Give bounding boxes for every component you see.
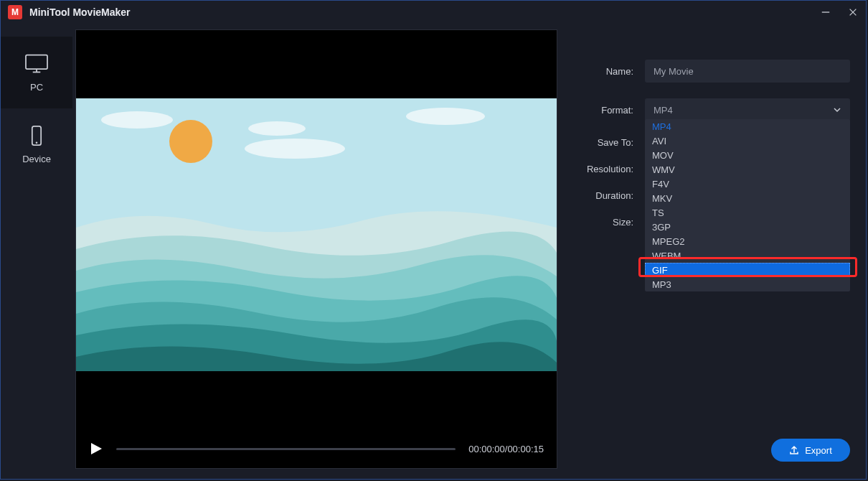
format-option-mp4[interactable]: MP4 bbox=[645, 119, 850, 134]
duration-label: Duration: bbox=[576, 190, 633, 201]
title-bar: M MiniTool MovieMaker bbox=[1, 1, 866, 24]
format-dropdown-list: MP4 AVI MOV WMV F4V MKV TS 3GP MPEG2 WEB… bbox=[645, 119, 850, 291]
preview-image bbox=[76, 98, 557, 371]
sidebar: PC Device bbox=[1, 24, 72, 479]
phone-icon bbox=[24, 125, 49, 146]
close-button[interactable] bbox=[847, 6, 859, 18]
format-option-mpeg2[interactable]: MPEG2 bbox=[645, 234, 850, 248]
minimize-button[interactable] bbox=[820, 6, 831, 18]
size-label: Size: bbox=[576, 217, 633, 228]
export-button-label: Export bbox=[805, 445, 832, 456]
format-label: Format: bbox=[576, 105, 633, 116]
export-button[interactable]: Export bbox=[771, 439, 850, 462]
name-input[interactable]: My Movie bbox=[645, 60, 850, 83]
timecode: 00:00:00/00:00:15 bbox=[468, 444, 544, 454]
chevron-down-icon bbox=[833, 106, 841, 114]
format-option-f4v[interactable]: F4V bbox=[645, 177, 850, 191]
export-icon bbox=[789, 445, 799, 455]
format-option-mp3[interactable]: MP3 bbox=[645, 277, 850, 291]
format-option-3gp[interactable]: 3GP bbox=[645, 220, 850, 234]
svg-point-13 bbox=[406, 108, 485, 125]
format-option-ts[interactable]: TS bbox=[645, 205, 850, 220]
format-option-avi[interactable]: AVI bbox=[645, 134, 850, 148]
monitor-icon bbox=[24, 53, 49, 75]
play-button[interactable] bbox=[89, 442, 103, 456]
preview-panel: 00:00:00/00:00:15 bbox=[72, 24, 560, 479]
svg-rect-3 bbox=[26, 55, 47, 68]
window-frame: M MiniTool MovieMaker PC bbox=[0, 0, 867, 480]
sidebar-item-device[interactable]: Device bbox=[1, 108, 72, 180]
format-selected-value: MP4 bbox=[654, 105, 673, 116]
seek-bar[interactable] bbox=[116, 448, 456, 450]
svg-marker-14 bbox=[91, 443, 102, 454]
playbar: 00:00:00/00:00:15 bbox=[76, 429, 557, 468]
svg-point-7 bbox=[36, 141, 38, 144]
app-title: MiniTool MovieMaker bbox=[29, 6, 131, 18]
play-icon bbox=[89, 442, 103, 456]
save-to-label: Save To: bbox=[576, 137, 633, 148]
svg-point-9 bbox=[169, 120, 212, 163]
sidebar-item-label: Device bbox=[22, 154, 51, 164]
format-option-gif[interactable]: GIF bbox=[645, 263, 850, 277]
format-option-wmv[interactable]: WMV bbox=[645, 162, 850, 177]
format-option-mov[interactable]: MOV bbox=[645, 148, 850, 162]
settings-panel: Name: My Movie Format: MP4 Save To: Reso… bbox=[560, 24, 866, 479]
name-value: My Movie bbox=[654, 66, 694, 77]
app-logo-icon: M bbox=[8, 5, 22, 19]
svg-point-12 bbox=[248, 121, 306, 136]
format-option-webm[interactable]: WEBM bbox=[645, 248, 850, 263]
name-label: Name: bbox=[576, 66, 633, 77]
format-select[interactable]: MP4 bbox=[645, 98, 850, 121]
video-preview: 00:00:00/00:00:15 bbox=[75, 29, 557, 469]
resolution-label: Resolution: bbox=[576, 164, 633, 174]
sidebar-item-pc[interactable]: PC bbox=[1, 37, 72, 108]
sidebar-item-label: PC bbox=[30, 82, 43, 93]
format-option-mkv[interactable]: MKV bbox=[645, 191, 850, 205]
svg-point-11 bbox=[245, 139, 345, 159]
svg-point-10 bbox=[101, 111, 173, 129]
